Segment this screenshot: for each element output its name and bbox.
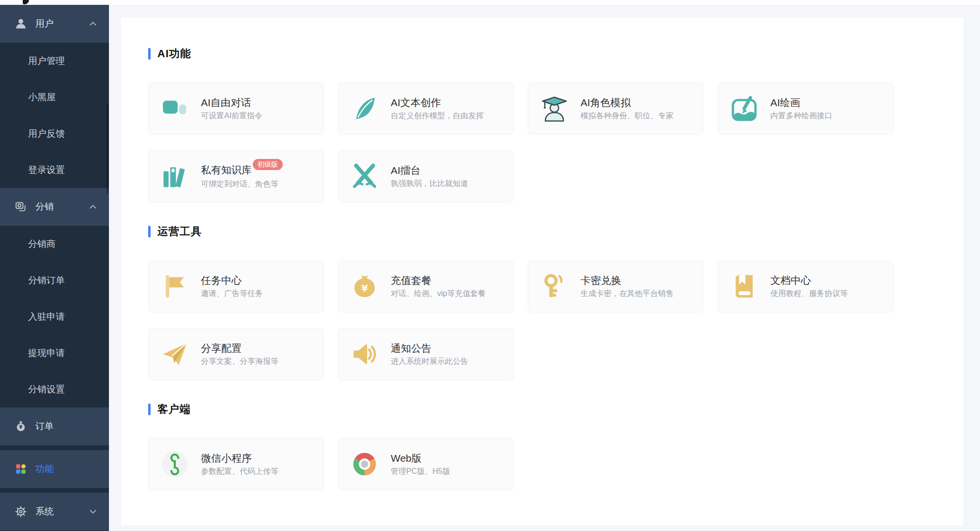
card-grid-ai: AI自由对话 可设置AI前置指令 AI文本创作 自定义创作模型，自由发挥: [148, 82, 903, 203]
section-title: AI功能: [157, 47, 191, 61]
sidebar-item-user-feedback[interactable]: 用户反馈: [0, 115, 109, 152]
card-title: 通知公告: [391, 343, 468, 353]
version-badge: 初级版: [253, 159, 283, 170]
section-header-ai: AI功能: [148, 47, 964, 61]
sidebar-scrollbar[interactable]: [107, 104, 108, 194]
sidebar-group-label: 系统: [35, 505, 54, 518]
key-icon: [541, 273, 568, 300]
distribution-icon: [15, 201, 27, 213]
card-desc: 使用教程、服务协议等: [770, 290, 848, 297]
sidebar-item-distribution-orders[interactable]: 分销订单: [0, 262, 109, 298]
card-desc: 管理PC版、H5版: [391, 468, 450, 475]
section-title: 运营工具: [157, 224, 202, 239]
sidebar-group-user[interactable]: 用户: [0, 5, 109, 43]
card-ai-paint[interactable]: AI绘画 内置多种绘画接口: [718, 82, 893, 135]
sidebar-group-system[interactable]: 系统: [0, 493, 109, 531]
svg-text:¥: ¥: [361, 283, 368, 294]
card-desc: 对话、绘画、vip等充值套餐: [391, 290, 486, 297]
card-knowledge-base[interactable]: 私有知识库 初级版 可绑定到对话、角色等: [148, 150, 324, 203]
card-doc-center[interactable]: 文档中心 使用教程、服务协议等: [718, 260, 893, 312]
sidebar-item-distributor[interactable]: 分销商: [0, 226, 109, 262]
card-desc: 孰强孰弱，比比就知道: [391, 180, 468, 187]
section-header-operation: 运营工具: [148, 224, 964, 239]
feather-icon: [351, 95, 378, 122]
chevron-up-icon: [90, 205, 96, 209]
document-book-icon: [731, 273, 758, 300]
miniprogram-icon: [161, 451, 188, 478]
user-icon: [15, 17, 27, 30]
section-accent-bar: [148, 404, 151, 415]
chat-icon: [161, 95, 188, 122]
section-title: 客户端: [157, 402, 191, 417]
paint-icon: [731, 95, 758, 122]
card-title: 文档中心: [770, 275, 848, 285]
order-moneybag-icon: ¥: [15, 420, 27, 433]
sidebar-divider: [0, 488, 109, 493]
role-scholar-icon: [541, 95, 568, 122]
swords-icon: [351, 163, 378, 190]
sidebar-item-distribution-settings[interactable]: 分销设置: [0, 371, 109, 407]
card-grid-client: 微信小程序 参数配置、代码上传等 Web版 管理PC版、H5版: [148, 438, 903, 490]
books-icon: [161, 163, 188, 190]
card-ai-role[interactable]: AI角色模拟 模拟各种身份、职位、专家: [528, 82, 704, 135]
logo-fragment: [23, 0, 29, 4]
card-title: 私有知识库 初级版: [201, 165, 283, 176]
section-header-client: 客户端: [148, 402, 964, 417]
paper-plane-icon: [161, 341, 188, 368]
content-panel: AI功能 AI自由对话 可设置AI前置指令 AI: [121, 17, 964, 525]
sidebar: 用户 用户管理 小黑屋 用户反馈 登录设置 分销 分销商 分销订单 入驻申请 提…: [0, 5, 109, 531]
card-card-key-redeem[interactable]: 卡密兑换 生成卡密，在其他平台销售: [528, 260, 704, 312]
card-title: 充值套餐: [391, 275, 486, 285]
sidebar-group-label: 用户: [35, 17, 54, 30]
card-title: AI擂台: [391, 165, 468, 175]
chevron-down-icon: [90, 510, 96, 514]
card-ai-arena[interactable]: AI擂台 孰强孰弱，比比就知道: [338, 150, 514, 203]
flag-icon: [161, 273, 188, 300]
chrome-icon: [351, 451, 378, 478]
card-desc: 进入系统时展示此公告: [391, 358, 468, 365]
card-task-center[interactable]: 任务中心 邀请、广告等任务: [148, 260, 324, 312]
card-desc: 内置多种绘画接口: [770, 112, 832, 120]
sidebar-group-features[interactable]: 功能: [0, 450, 109, 488]
card-title: AI文本创作: [391, 97, 484, 108]
card-desc: 参数配置、代码上传等: [201, 468, 278, 475]
card-ai-chat[interactable]: AI自由对话 可设置AI前置指令: [148, 82, 324, 135]
sidebar-item-withdraw-application[interactable]: 提现申请: [0, 335, 109, 371]
svg-text:¥: ¥: [19, 424, 23, 430]
card-title: AI绘画: [770, 97, 832, 108]
sidebar-group-label: 订单: [35, 420, 54, 433]
card-title: 微信小程序: [201, 453, 278, 463]
card-title: Web版: [391, 453, 450, 463]
card-desc: 分享文案、分享海报等: [201, 358, 278, 365]
card-share-config[interactable]: 分享配置 分享文案、分享海报等: [148, 328, 324, 380]
card-grid-operation: 任务中心 邀请、广告等任务 ¥ 充值套餐 对话、绘画、vip等充值套餐: [148, 260, 903, 380]
sidebar-item-user-management[interactable]: 用户管理: [0, 43, 109, 79]
card-web-version[interactable]: Web版 管理PC版、H5版: [338, 438, 514, 490]
sidebar-group-label: 分销: [35, 201, 54, 213]
card-wechat-miniprogram[interactable]: 微信小程序 参数配置、代码上传等: [148, 438, 324, 490]
card-desc: 可设置AI前置指令: [201, 112, 262, 120]
card-desc: 邀请、广告等任务: [201, 290, 263, 297]
card-ai-writing[interactable]: AI文本创作 自定义创作模型，自由发挥: [338, 82, 514, 135]
sidebar-divider: [0, 445, 109, 450]
card-desc: 模拟各种身份、职位、专家: [581, 112, 674, 120]
card-title: AI自由对话: [201, 97, 262, 108]
speaker-icon: [351, 341, 378, 368]
features-grid-icon: [15, 463, 27, 475]
card-title: 分享配置: [201, 343, 278, 353]
card-title: 卡密兑换: [581, 275, 674, 285]
chevron-up-icon: [90, 22, 96, 26]
sidebar-group-distribution[interactable]: 分销: [0, 188, 109, 226]
card-title: 任务中心: [201, 275, 263, 285]
sidebar-group-orders[interactable]: ¥ 订单: [0, 407, 109, 445]
sidebar-item-login-settings[interactable]: 登录设置: [0, 152, 109, 188]
card-title: AI角色模拟: [581, 97, 674, 108]
card-notice[interactable]: 通知公告 进入系统时展示此公告: [338, 328, 514, 380]
section-accent-bar: [148, 48, 151, 60]
card-recharge-packages[interactable]: ¥ 充值套餐 对话、绘画、vip等充值套餐: [338, 260, 514, 312]
sidebar-item-blackroom[interactable]: 小黑屋: [0, 79, 109, 115]
sidebar-item-entry-application[interactable]: 入驻申请: [0, 298, 109, 335]
top-strip: [0, 0, 980, 5]
section-accent-bar: [148, 226, 151, 237]
gear-icon: [15, 505, 27, 518]
